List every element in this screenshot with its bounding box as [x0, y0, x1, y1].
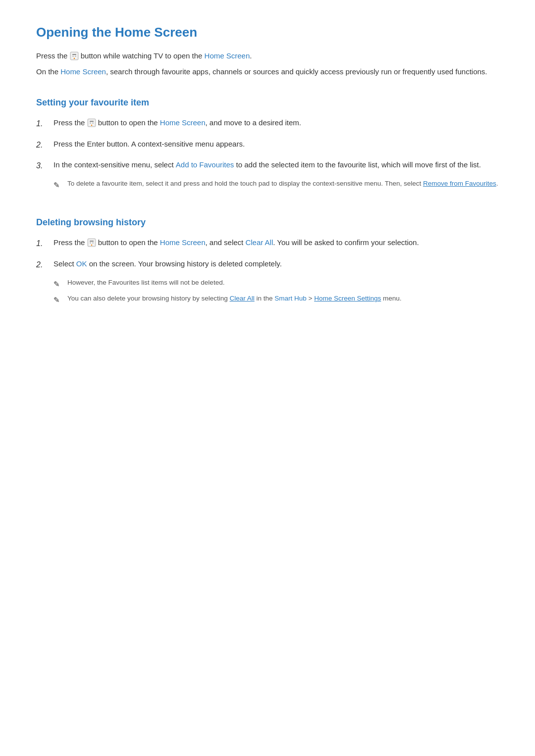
home-button-icon — [70, 51, 79, 60]
list-content-1: Press the button to open the Home Screen… — [54, 117, 499, 129]
note-item-s2-2: ✎ You can also delete your browsing hist… — [54, 294, 499, 305]
section1-item-2: 2. Press the Enter button. A context-sen… — [36, 138, 499, 151]
home-screen-link-2: Home Screen — [60, 67, 106, 76]
svg-point-17 — [91, 245, 92, 246]
intro-paragraph-2: On the Home Screen, search through favou… — [36, 66, 499, 78]
home-button-icon-3 — [87, 238, 96, 247]
svg-rect-14 — [90, 242, 91, 244]
note-icon-1: ✎ — [54, 179, 67, 191]
list-number-s2-1: 1. — [36, 237, 54, 250]
note-text-s2-1: However, the Favourites list items will … — [67, 278, 499, 288]
list-number-s2-2: 2. — [36, 258, 54, 271]
svg-rect-9 — [92, 122, 94, 124]
section1-item-3: 3. In the context-sensitive menu, select… — [36, 159, 499, 198]
section1-list: 1. Press the button to open the Home Scr… — [36, 117, 499, 198]
clear-all-link-1: Clear All — [245, 238, 273, 247]
svg-rect-10 — [90, 121, 94, 122]
home-button-icon-2 — [87, 118, 96, 127]
clear-all-link-2: Clear All — [229, 295, 254, 302]
remove-from-favourites-link: Remove from Favourites — [423, 180, 496, 187]
note-icon-s2-1: ✎ — [54, 278, 67, 290]
intro-paragraph-1: Press the button while watching TV to op… — [36, 50, 499, 62]
svg-point-11 — [91, 125, 92, 126]
ok-link: OK — [76, 259, 87, 268]
home-screen-link-1: Home Screen — [205, 51, 250, 60]
section1-note: ✎ To delete a favourite item, select it … — [54, 176, 499, 198]
svg-rect-2 — [72, 55, 74, 57]
section1-title: Setting your favourite item — [36, 98, 499, 108]
add-to-favourites-link: Add to Favourites — [176, 160, 234, 169]
note-icon-s2-2: ✎ — [54, 294, 67, 305]
home-screen-link-4: Home Screen — [160, 238, 206, 247]
home-screen-settings-link: Home Screen Settings — [314, 295, 381, 302]
section2-list: 1. Press the button to open the Home Scr… — [36, 237, 499, 312]
svg-rect-4 — [72, 54, 76, 55]
list-number-1: 1. — [36, 117, 54, 130]
svg-rect-8 — [90, 122, 91, 124]
list-content-s2-2: Select OK on the screen. Your browsing h… — [54, 258, 499, 313]
list-content-2: Press the Enter button. A context-sensit… — [54, 138, 499, 150]
svg-rect-15 — [92, 242, 94, 244]
note-text-s2-2: You can also delete your browsing histor… — [67, 294, 499, 304]
note-text-1: To delete a favourite item, select it an… — [67, 179, 499, 189]
smart-hub-link: Smart Hub — [274, 295, 307, 302]
section1-item-1: 1. Press the button to open the Home Scr… — [36, 117, 499, 130]
section2-item-2: 2. Select OK on the screen. Your browsin… — [36, 258, 499, 313]
home-screen-link-3: Home Screen — [160, 118, 206, 127]
svg-rect-3 — [75, 55, 76, 57]
section2-item-1: 1. Press the button to open the Home Scr… — [36, 237, 499, 250]
note-item-s2-1: ✎ However, the Favourites list items wil… — [54, 278, 499, 290]
list-content-3: In the context-sensitive menu, select Ad… — [54, 159, 499, 198]
list-content-s2-1: Press the button to open the Home Screen… — [54, 237, 499, 249]
note-item-1: ✎ To delete a favourite item, select it … — [54, 179, 499, 191]
section2-title: Deleting browsing history — [36, 217, 499, 228]
svg-rect-16 — [90, 241, 94, 242]
list-number-3: 3. — [36, 159, 54, 172]
page-title: Opening the Home Screen — [36, 25, 499, 40]
list-number-2: 2. — [36, 138, 54, 151]
section2-notes: ✎ However, the Favourites list items wil… — [54, 275, 499, 313]
svg-point-5 — [73, 58, 74, 59]
